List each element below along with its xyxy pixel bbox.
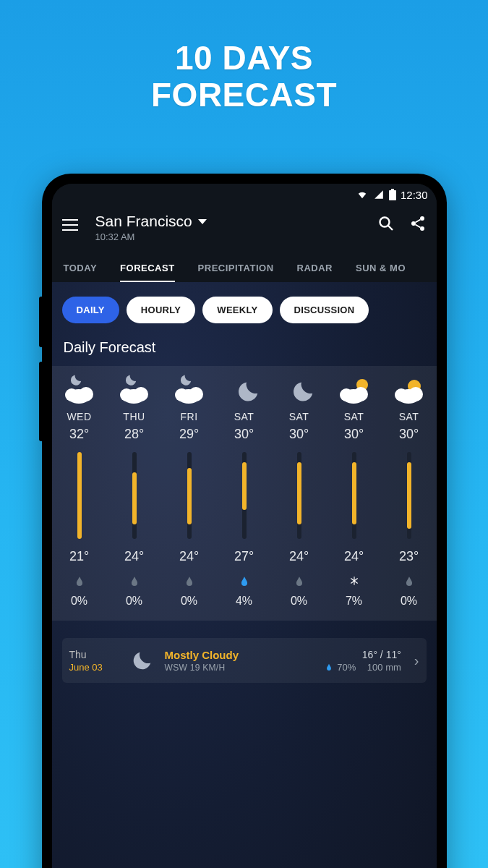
daily-forecast-panel[interactable]: WED32°21°0%THU28°24°0%FRI29°24°0%SAT30°2… xyxy=(52,366,437,621)
menu-button[interactable] xyxy=(62,215,82,235)
chevron-down-icon xyxy=(198,219,207,224)
app-bar: San Francisco 10:32 AM xyxy=(52,205,437,242)
day-column[interactable]: SAT30°24°0% xyxy=(272,375,327,608)
chevron-right-icon[interactable]: › xyxy=(411,652,419,669)
search-button[interactable] xyxy=(377,215,395,232)
chip-discussion[interactable]: DISCUSSION xyxy=(280,297,369,323)
svg-point-19 xyxy=(354,387,368,401)
day-column[interactable]: SAT30°27°4% xyxy=(217,375,272,608)
day-high: 28° xyxy=(124,427,144,442)
day-column[interactable]: SAT30°24°7% xyxy=(327,375,382,608)
detail-precip-amt: 100 mm xyxy=(367,662,401,673)
day-low: 24° xyxy=(344,549,364,564)
day-precip: 4% xyxy=(236,595,252,608)
moon-icon xyxy=(283,375,316,404)
day-label: SAT xyxy=(234,411,254,422)
day-low: 23° xyxy=(399,549,419,564)
cloud-night-icon xyxy=(118,375,151,404)
cloud-night-icon xyxy=(63,375,96,404)
svg-point-12 xyxy=(134,387,148,401)
detail-month-day: June 03 xyxy=(69,662,120,673)
day-column[interactable]: THU28°24°0% xyxy=(107,375,162,608)
tab-precipitation[interactable]: PRECIPITATION xyxy=(187,255,286,282)
svg-point-23 xyxy=(408,387,423,401)
drop-icon xyxy=(239,576,249,589)
day-high: 30° xyxy=(289,427,309,442)
chip-hourly[interactable]: HOURLY xyxy=(127,297,196,323)
drop-icon xyxy=(74,576,85,589)
day-precip: 7% xyxy=(346,595,362,608)
drop-icon xyxy=(404,576,414,589)
promo-line1: 10 DAYS xyxy=(0,40,488,77)
svg-point-18 xyxy=(340,388,353,401)
moon-icon xyxy=(228,375,261,404)
day-high: 30° xyxy=(234,427,254,442)
chip-daily[interactable]: DAILY xyxy=(62,297,119,323)
detail-wind: WSW 19 KM/H xyxy=(165,663,316,673)
svg-point-8 xyxy=(65,388,78,401)
day-high: 30° xyxy=(399,427,419,442)
day-low: 24° xyxy=(124,549,144,564)
cloud-sun-icon xyxy=(338,375,371,404)
day-precip: 0% xyxy=(71,595,87,608)
svg-point-11 xyxy=(120,388,133,401)
svg-point-2 xyxy=(380,218,389,227)
moon-icon xyxy=(130,648,155,673)
temp-range-bar xyxy=(187,452,192,539)
promo-line2: FORECAST xyxy=(0,77,488,114)
day-label: SAT xyxy=(344,411,364,422)
phone-frame: 12:30 San Francisco 10:32 AM xyxy=(42,174,447,868)
wifi-icon xyxy=(356,190,369,200)
day-high: 32° xyxy=(69,427,89,442)
day-label: SAT xyxy=(289,411,309,422)
day-high: 29° xyxy=(179,427,199,442)
detail-dow: Thu xyxy=(69,649,120,660)
temp-range-bar xyxy=(242,452,247,539)
phone-screen: 12:30 San Francisco 10:32 AM xyxy=(52,184,437,868)
svg-point-15 xyxy=(189,387,203,401)
day-high: 30° xyxy=(344,427,364,442)
day-column[interactable]: FRI29°24°0% xyxy=(162,375,217,608)
detail-middle: Mostly Cloudy WSW 19 KM/H xyxy=(165,649,316,673)
day-precip: 0% xyxy=(291,595,307,608)
svg-rect-1 xyxy=(391,189,394,190)
snowflake-icon xyxy=(349,576,359,589)
svg-point-14 xyxy=(175,388,188,401)
tab-forecast[interactable]: FORECAST xyxy=(108,255,187,282)
temp-range-bar xyxy=(407,452,411,539)
detail-right: 16° / 11° 70% 100 mm xyxy=(325,649,401,673)
svg-point-9 xyxy=(79,387,93,401)
tab-radar[interactable]: RADAR xyxy=(286,255,344,282)
tab-today[interactable]: TODAY xyxy=(52,255,109,282)
svg-point-4 xyxy=(420,216,424,221)
drop-icon xyxy=(129,576,140,589)
tab-sun-mo[interactable]: SUN & MO xyxy=(344,255,417,282)
battery-icon xyxy=(389,189,396,200)
day-low: 27° xyxy=(234,549,254,564)
day-detail-card[interactable]: Thu June 03 Mostly Cloudy WSW 19 KM/H 16… xyxy=(62,638,427,683)
local-time: 10:32 AM xyxy=(95,231,377,242)
temp-range-bar xyxy=(132,452,137,539)
day-label: WED xyxy=(67,411,91,422)
status-time: 12:30 xyxy=(401,189,428,201)
day-low: 21° xyxy=(69,549,89,564)
share-button[interactable] xyxy=(409,215,427,232)
promo-title: 10 DAYS FORECAST xyxy=(0,0,488,113)
day-label: THU xyxy=(123,411,145,422)
detail-date: Thu June 03 xyxy=(69,649,120,673)
day-label: FRI xyxy=(180,411,197,422)
location-selector[interactable]: San Francisco 10:32 AM xyxy=(95,213,377,242)
cloud-night-icon xyxy=(173,375,206,404)
chip-weekly[interactable]: WEEKLY xyxy=(202,297,272,323)
sun-cloud-icon xyxy=(393,375,426,404)
day-precip: 0% xyxy=(181,595,197,608)
detail-condition: Mostly Cloudy xyxy=(165,649,316,661)
svg-point-5 xyxy=(411,221,416,226)
drop-icon xyxy=(325,663,333,671)
svg-rect-0 xyxy=(389,190,396,200)
temp-range-bar xyxy=(77,452,82,539)
day-column[interactable]: WED32°21°0% xyxy=(52,375,107,608)
day-column[interactable]: SAT30°23°0% xyxy=(382,375,437,608)
temp-range-bar xyxy=(297,452,301,539)
section-title: Daily Forecast xyxy=(64,339,425,356)
